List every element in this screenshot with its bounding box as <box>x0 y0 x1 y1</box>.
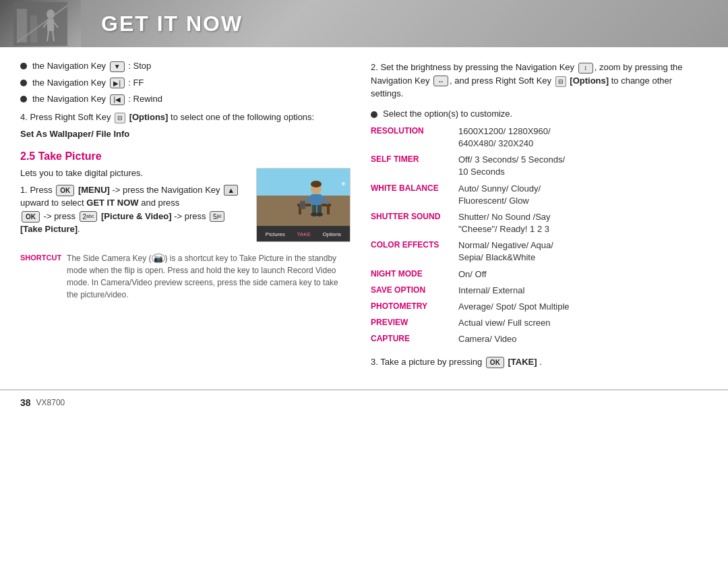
header-image <box>0 0 81 47</box>
option-key-photometry: PHOTOMETRY <box>371 301 458 313</box>
svg-rect-10 <box>257 169 351 196</box>
right-column: 2. Set the brightness by pressing the Na… <box>371 61 701 369</box>
shortcut-text: The Side Camera Key (📷) is a shortcut ke… <box>67 252 351 301</box>
take-key: 5jkl <box>210 211 224 222</box>
cam-tb-take: TAKE <box>297 231 311 237</box>
option-row-self-timer: SELF TIMER Off/ 3 Seconds/ 5 Seconds/10 … <box>371 154 701 178</box>
step-1: 1. Press OK [MENU] -> press the Navigati… <box>20 183 247 236</box>
bullet-icon <box>371 111 377 118</box>
camera-screenshot: ▤ EV 1X 🔋 <box>256 168 351 242</box>
svg-rect-14 <box>327 206 330 214</box>
section-25-content: Lets you to take digital pictures. 1. Pr… <box>20 168 351 243</box>
bullet-icon <box>20 80 27 86</box>
options-table: RESOLUTION 1600X1200/ 1280X960/640X480/ … <box>371 125 701 346</box>
cam-tb-pictures: Pictures <box>266 231 285 237</box>
shortcut-box: SHORTCUT The Side Camera Key (📷) is a sh… <box>20 252 351 301</box>
option-key-resolution: RESOLUTION <box>371 125 458 150</box>
svg-rect-23 <box>300 201 305 209</box>
nav-key-zoom: ↔ <box>433 76 448 86</box>
option-val-resolution: 1600X1200/ 1280X960/640X480/ 320X240 <box>458 125 551 150</box>
nav-key-up: ▲ <box>224 185 238 196</box>
ok-key-2: OK <box>22 211 40 223</box>
option-val-night-mode: On/ Off <box>458 268 487 281</box>
option-val-shutter-sound: Shutter/ No Sound /Say"Cheese"/ Ready! 1… <box>458 211 551 235</box>
model-name: VX8700 <box>36 398 65 407</box>
option-key-save-option: SAVE OPTION <box>371 285 458 297</box>
svg-rect-11 <box>257 196 351 226</box>
bullet-ff-text: the Navigation Key ▶| : FF <box>32 78 144 89</box>
camera-screen: ▤ EV 1X 🔋 <box>257 169 350 226</box>
option-key-self-timer: SELF TIMER <box>371 154 458 178</box>
svg-rect-16 <box>311 194 322 206</box>
svg-point-4 <box>47 9 55 19</box>
option-val-save-option: Internal/ External <box>458 285 524 297</box>
option-key-capture: CAPTURE <box>371 333 458 345</box>
nav-key-ff: ▶| <box>110 78 125 88</box>
option-key-night-mode: NIGHT MODE <box>371 268 458 281</box>
page-header: GET IT NOW <box>0 0 728 47</box>
bullet-icon <box>20 63 27 69</box>
svg-rect-5 <box>47 19 54 31</box>
option-val-preview: Actual view/ Full screen <box>458 317 551 329</box>
section-25-text: Lets you to take digital pictures. 1. Pr… <box>20 168 247 243</box>
bullet-stop-text: the Navigation Key ▼ : Stop <box>32 61 151 72</box>
page-title: GET IT NOW <box>81 11 728 36</box>
options-soft-key: ⊟ <box>555 76 566 87</box>
numbered-item-4: 4. Press Right Soft Key ⊟ [Options] to s… <box>20 111 351 141</box>
camera-toolbar: Pictures TAKE Options <box>257 226 350 242</box>
bullet-icon <box>20 96 27 103</box>
option-row-night-mode: NIGHT MODE On/ Off <box>371 268 701 281</box>
option-val-white-balance: Auto/ Sunny/ Cloudy/Fluorescent/ Glow <box>458 183 541 207</box>
option-row-photometry: PHOTOMETRY Average/ Spot/ Spot Multiple <box>371 301 701 313</box>
option-val-photometry: Average/ Spot/ Spot Multiple <box>458 301 570 313</box>
nav-key-stop: ▼ <box>110 61 125 72</box>
shortcut-label: SHORTCUT <box>20 252 61 301</box>
option-val-self-timer: Off/ 3 Seconds/ 5 Seconds/10 Seconds <box>458 154 565 178</box>
option-key-shutter-sound: SHUTTER SOUND <box>371 211 458 235</box>
pic-key: 2abc <box>80 211 98 222</box>
svg-point-24 <box>311 181 322 187</box>
option-val-capture: Camera/ Video <box>458 333 516 345</box>
option-row-save-option: SAVE OPTION Internal/ External <box>371 285 701 297</box>
bullet-stop: the Navigation Key ▼ : Stop <box>20 61 351 72</box>
option-row-shutter-sound: SHUTTER SOUND Shutter/ No Sound /Say"Che… <box>371 211 701 235</box>
option-key-preview: PREVIEW <box>371 317 458 329</box>
cam-tb-options: Options <box>323 231 342 237</box>
option-row-preview: PREVIEW Actual view/ Full screen <box>371 317 701 329</box>
step-2: 2. Set the brightness by pressing the Na… <box>371 61 701 100</box>
bullet-rewind-text: the Navigation Key |◀ : Rewind <box>32 94 162 105</box>
option-key-color-effects: COLOR EFFECTS <box>371 239 458 264</box>
step-3: 3. Take a picture by pressing OK [TAKE] … <box>371 355 701 370</box>
section-25-title: 2.5 Take Picture <box>20 150 351 163</box>
svg-text:⊕: ⊕ <box>341 181 346 187</box>
main-content: the Navigation Key ▼ : Stop the Navigati… <box>0 47 728 382</box>
option-val-color-effects: Normal/ Negative/ Aqua/Sepia/ Black&Whit… <box>458 239 553 264</box>
left-column: the Navigation Key ▼ : Stop the Navigati… <box>20 61 351 369</box>
svg-point-22 <box>316 212 323 216</box>
option-row-white-balance: WHITE BALANCE Auto/ Sunny/ Cloudy/Fluore… <box>371 183 701 207</box>
option-row-resolution: RESOLUTION 1600X1200/ 1280X960/640X480/ … <box>371 125 701 150</box>
page-footer: 38 VX8700 <box>0 389 728 415</box>
select-options-text: Select the option(s) to customize. <box>383 109 512 119</box>
svg-rect-1 <box>17 9 27 42</box>
bullet-rewind: the Navigation Key |◀ : Rewind <box>20 94 351 105</box>
nav-key-rewind: |◀ <box>110 94 125 105</box>
nav-key-brightness: ↕ <box>578 63 593 74</box>
option-row-capture: CAPTURE Camera/ Video <box>371 333 701 345</box>
ok-key: OK <box>56 185 74 196</box>
ok-key-3: OK <box>486 357 504 368</box>
section-25: 2.5 Take Picture Lets you to take digita… <box>20 150 351 301</box>
set-wallpaper-heading: Set As Wallpaper/ File Info <box>20 127 351 141</box>
options-key-icon: ⊟ <box>115 113 125 123</box>
option-row-color-effects: COLOR EFFECTS Normal/ Negative/ Aqua/Sep… <box>371 239 701 264</box>
page-number: 38 <box>20 397 31 408</box>
intro-text: Lets you to take digital pictures. <box>20 168 247 178</box>
bullet-ff: the Navigation Key ▶| : FF <box>20 78 351 89</box>
right-bullet-select: Select the option(s) to customize. <box>371 109 701 119</box>
option-key-white-balance: WHITE BALANCE <box>371 183 458 207</box>
